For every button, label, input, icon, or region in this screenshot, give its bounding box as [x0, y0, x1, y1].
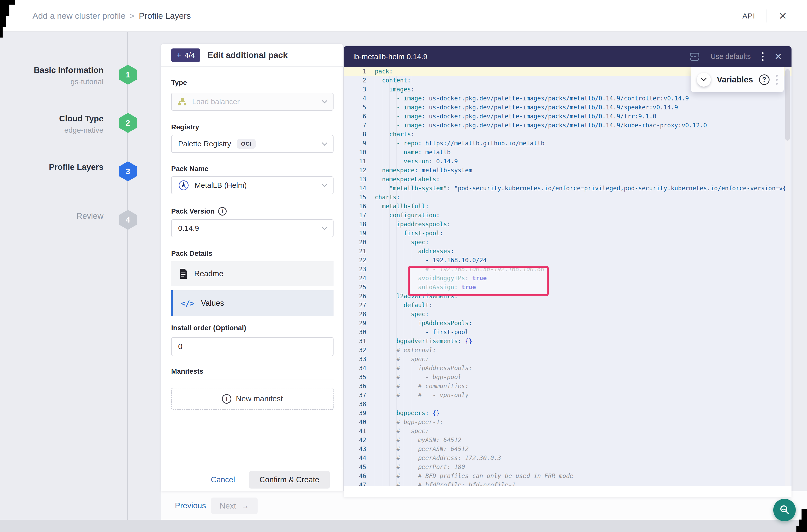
line-number: 44	[344, 454, 366, 462]
stepper-line	[127, 32, 128, 532]
pack-version-label-text: Pack Version	[171, 207, 214, 215]
registry-label: Registry	[171, 123, 199, 131]
step-sublabel: edge-native	[15, 126, 104, 134]
vertical-scrollbar-thumb[interactable]	[785, 69, 790, 140]
step-hexagon-1[interactable]: 1	[119, 65, 137, 85]
breadcrumb: Add a new cluster profile > Profile Laye…	[33, 0, 191, 32]
variables-menu-icon[interactable]	[776, 75, 778, 85]
install-order-label: Install order (Optional)	[171, 324, 246, 332]
code-line: 10 name: metallb	[344, 148, 791, 157]
line-number: 12	[344, 166, 366, 175]
metallb-logo-icon	[178, 180, 189, 191]
info-icon[interactable]: i	[218, 207, 227, 215]
line-number: 10	[344, 148, 366, 157]
line-number: 41	[344, 426, 366, 436]
confirm-create-button[interactable]: Confirm & Create	[249, 471, 330, 489]
line-number: 18	[344, 220, 366, 229]
next-label: Next	[220, 501, 236, 511]
line-number: 38	[344, 400, 366, 408]
code-line: 33 # spec:	[344, 355, 791, 364]
code-line: 13 namespaceLabels:	[344, 175, 791, 184]
close-wizard-icon[interactable]: ✕	[778, 11, 787, 21]
editor-close-icon[interactable]: ✕	[774, 52, 782, 61]
code-line: 42 # myASN: 64512	[344, 436, 791, 444]
search-fab-button[interactable]	[773, 499, 796, 521]
app-header: Add a new cluster profile > Profile Laye…	[0, 0, 807, 32]
install-order-input[interactable]: 0	[171, 337, 334, 356]
api-button[interactable]: API	[742, 12, 755, 20]
variables-expand-button[interactable]	[697, 73, 711, 87]
line-number: 46	[344, 472, 366, 480]
line-number: 16	[344, 202, 366, 211]
step-label: Review	[15, 211, 104, 221]
chevron-down-icon	[322, 140, 327, 146]
cancel-button[interactable]: Cancel	[211, 475, 235, 484]
line-number: 17	[344, 211, 366, 220]
breadcrumb-separator-icon: >	[130, 12, 134, 20]
readme-tab[interactable]: Readme	[171, 261, 334, 286]
code-line: 43 # peerASN: 64512	[344, 444, 791, 454]
help-icon[interactable]: ?	[759, 74, 770, 85]
manifests-label: Manifests	[171, 367, 203, 375]
code-line: 30 - first-pool	[344, 328, 791, 337]
registry-select[interactable]: Palette Registry OCI	[171, 135, 334, 153]
code-line: 27 default:	[344, 301, 791, 310]
step-hexagon-2[interactable]: 2	[119, 113, 137, 133]
step-hexagon-4[interactable]: 4	[119, 210, 137, 230]
chevron-down-icon	[701, 75, 707, 81]
line-number: 40	[344, 418, 366, 426]
line-number: 1	[344, 67, 366, 76]
pack-details-label: Pack Details	[171, 249, 212, 258]
line-number: 30	[344, 328, 366, 337]
use-defaults-button[interactable]: Use defaults	[711, 53, 751, 61]
pack-version-select[interactable]: 0.14.9	[171, 219, 334, 237]
line-number: 22	[344, 256, 366, 265]
line-number: 47	[344, 480, 366, 486]
header-divider	[767, 10, 767, 22]
pack-name-select[interactable]: MetalLB (Helm)	[171, 176, 334, 194]
new-manifest-button[interactable]: + New manifest	[171, 388, 334, 410]
previous-button[interactable]: Previous	[175, 491, 206, 520]
code-line: 44 # peerAddress: 172.30.0.3	[344, 454, 791, 462]
values-tab[interactable]: </> Values	[171, 290, 334, 316]
line-number: 27	[344, 301, 366, 310]
editor-menu-icon[interactable]	[762, 52, 764, 61]
code-line: 45 # peerPort: 180	[344, 462, 791, 472]
line-number: 21	[344, 247, 366, 256]
code-line: 6 - image: us-docker.pkg.dev/palette-ima…	[344, 112, 791, 121]
pack-count-badge: + 4/4	[171, 49, 200, 62]
line-number: 23	[344, 265, 366, 274]
line-number: 29	[344, 319, 366, 328]
line-number: 32	[344, 346, 366, 355]
line-number: 15	[344, 193, 366, 202]
page-bottom-strip	[0, 520, 807, 532]
line-number: 8	[344, 130, 366, 139]
step-number: 1	[126, 70, 130, 79]
code-line: 34 # ipAddressPools:	[344, 364, 791, 373]
line-number: 24	[344, 274, 366, 283]
variables-label: Variables	[717, 75, 753, 84]
line-number: 31	[344, 337, 366, 346]
horizontal-scrollbar-track[interactable]	[344, 486, 791, 497]
line-number: 26	[344, 292, 366, 301]
manifests-divider	[171, 379, 334, 379]
line-number: 37	[344, 391, 366, 400]
line-number: 33	[344, 355, 366, 364]
stepper-step-cloud-type: Cloud Type edge-native	[15, 114, 104, 134]
breadcrumb-parent-link[interactable]: Add a new cluster profile	[33, 11, 126, 21]
code-line: 11 version: 0.14.9	[344, 157, 791, 166]
diff-view-icon[interactable]	[690, 52, 699, 61]
step-sublabel: gs-tutorial	[15, 77, 104, 86]
line-number: 9	[344, 139, 366, 148]
next-button[interactable]: Next →	[211, 497, 258, 514]
code-line: 40 # bgp-peer-1:	[344, 418, 791, 426]
code-editor-area[interactable]: 1pack:2 content:3 images:4 - image: us-d…	[344, 67, 791, 486]
code-icon: </>	[181, 299, 194, 308]
code-line: 21 addresses:	[344, 247, 791, 256]
new-manifest-label: New manifest	[236, 394, 283, 403]
code-line: 28 spec:	[344, 310, 791, 319]
load-balancer-icon	[178, 98, 187, 106]
step-label: Basic Information	[15, 65, 104, 75]
step-hexagon-3[interactable]: 3	[119, 162, 137, 181]
code-line: 41 # spec:	[344, 426, 791, 436]
